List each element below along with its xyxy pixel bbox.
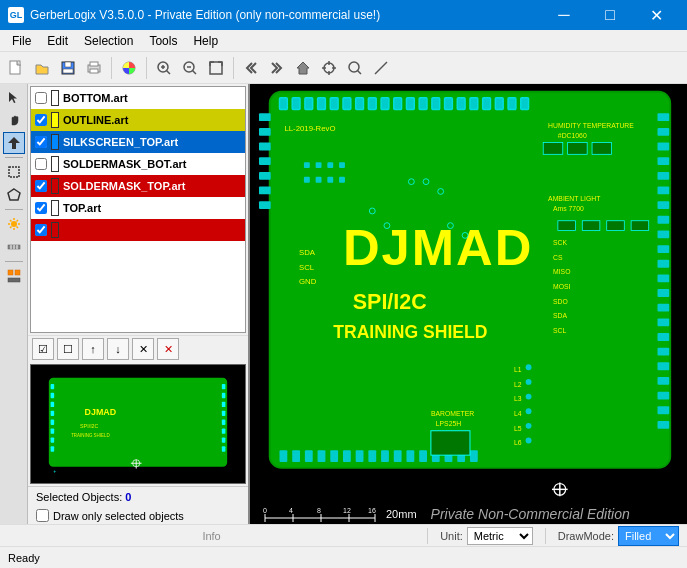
measure-button[interactable]	[369, 56, 393, 80]
layer-item-soldermask-top[interactable]: SOLDERMASK_TOP.art	[31, 175, 245, 197]
svg-rect-88	[419, 98, 427, 110]
svg-rect-85	[381, 98, 389, 110]
svg-rect-107	[406, 450, 414, 462]
layer-checkbox-bottom[interactable]	[35, 92, 47, 104]
svg-rect-125	[658, 289, 670, 297]
svg-rect-116	[658, 157, 670, 165]
layer-checkbox-soldermask-bot[interactable]	[35, 158, 47, 170]
move-down-button[interactable]: ↓	[107, 338, 129, 360]
forward-button[interactable]	[265, 56, 289, 80]
svg-rect-59	[51, 411, 55, 416]
zoom-window-button[interactable]	[343, 56, 367, 80]
check-all-button[interactable]: ☑	[32, 338, 54, 360]
layer-checkbox-soldermask-top[interactable]	[35, 180, 47, 192]
svg-text:L4: L4	[514, 410, 522, 417]
home-button[interactable]	[291, 56, 315, 80]
svg-marker-20	[297, 62, 309, 74]
close-button[interactable]: ✕	[633, 0, 679, 30]
layer-item-silkscreen-top[interactable]: SILKSCREEN_TOP.art	[31, 131, 245, 153]
unit-select[interactable]: Metric Imperial	[467, 527, 533, 545]
polygon-tool[interactable]	[3, 184, 25, 206]
maximize-button[interactable]: □	[587, 0, 633, 30]
layer-item-outline[interactable]: OUTLINE.art	[31, 109, 245, 131]
svg-rect-5	[90, 62, 98, 66]
select-rect-tool[interactable]	[3, 161, 25, 183]
measure-tool[interactable]	[3, 236, 25, 258]
layer-item-bottom[interactable]: BOTTOM.art	[31, 87, 245, 109]
new-button[interactable]	[4, 56, 28, 80]
svg-text:AMBIENT LIGHT: AMBIENT LIGHT	[548, 195, 601, 202]
drawmode-section: DrawMode: Filled Outline Draft	[558, 526, 679, 546]
svg-rect-79	[305, 98, 313, 110]
drc-tool[interactable]	[3, 265, 25, 287]
svg-point-35	[11, 221, 17, 227]
svg-text:SCL: SCL	[553, 327, 566, 334]
arrow-tool[interactable]	[3, 132, 25, 154]
toolbar-sep-1	[111, 57, 112, 79]
layer-item-soldermask-bot[interactable]: SOLDERMASK_BOT.art	[31, 153, 245, 175]
layers-area: BOTTOM.artOUTLINE.artSILKSCREEN_TOP.artS…	[28, 84, 248, 524]
open-button[interactable]	[30, 56, 54, 80]
svg-rect-82	[343, 98, 351, 110]
menu-file[interactable]: File	[4, 30, 39, 51]
svg-text:LPS25H: LPS25H	[436, 420, 462, 427]
zoom-in-button[interactable]	[152, 56, 176, 80]
svg-line-9	[167, 70, 171, 74]
svg-rect-139	[259, 172, 271, 180]
color-button[interactable]	[117, 56, 141, 80]
svg-line-42	[16, 220, 18, 222]
layer-color-top	[51, 200, 59, 216]
svg-rect-71	[222, 446, 226, 451]
pan-button[interactable]	[317, 56, 341, 80]
svg-rect-60	[51, 420, 55, 425]
menu-tools[interactable]: Tools	[141, 30, 185, 51]
svg-rect-80	[318, 98, 326, 110]
draw-only-label: Draw only selected objects	[53, 510, 184, 522]
left-panel: BOTTOM.artOUTLINE.artSILKSCREEN_TOP.artS…	[0, 84, 250, 524]
zoom-out-button[interactable]	[178, 56, 202, 80]
svg-rect-114	[658, 128, 670, 136]
svg-text:GND: GND	[299, 277, 317, 286]
layer-checkbox-top[interactable]	[35, 202, 47, 214]
back-button[interactable]	[239, 56, 263, 80]
selected-info: Selected Objects: 0	[28, 486, 248, 507]
pcb-view[interactable]: DJMAD SPI/I2C TRAINING SHIELD LL-2019-Re…	[250, 84, 687, 504]
layer-checkbox-sensor-shield[interactable]	[35, 224, 47, 236]
drawmode-select[interactable]: Filled Outline Draft	[618, 526, 679, 546]
layer-item-top[interactable]: TOP.art	[31, 197, 245, 219]
print-button[interactable]	[82, 56, 106, 80]
layer-checkbox-outline[interactable]	[35, 114, 47, 126]
menu-help[interactable]: Help	[185, 30, 226, 51]
zoom-fit-button[interactable]	[204, 56, 228, 80]
menu-edit[interactable]: Edit	[39, 30, 76, 51]
layer-checkbox-silkscreen-top[interactable]	[35, 136, 47, 148]
move-up-button[interactable]: ↑	[82, 338, 104, 360]
svg-rect-126	[658, 304, 670, 312]
layer-color-outline	[51, 112, 59, 128]
svg-rect-66	[222, 402, 226, 407]
vertical-toolbar	[0, 84, 28, 524]
menu-selection[interactable]: Selection	[76, 30, 141, 51]
layer-color-soldermask-top	[51, 178, 59, 194]
svg-marker-34	[8, 189, 20, 200]
svg-rect-131	[658, 377, 670, 385]
svg-rect-98	[292, 450, 300, 462]
unit-label: Unit:	[440, 530, 463, 542]
draw-only-checkbox[interactable]	[36, 509, 49, 522]
delete-red-button[interactable]: ✕	[157, 338, 179, 360]
pointer-tool[interactable]	[3, 86, 25, 108]
svg-text:TRAINING SHIELD: TRAINING SHIELD	[333, 322, 487, 342]
svg-rect-100	[318, 450, 326, 462]
hand-tool[interactable]	[3, 109, 25, 131]
delete-button[interactable]: ✕	[132, 338, 154, 360]
svg-text:8: 8	[317, 507, 321, 514]
layer-color-silkscreen-top	[51, 134, 59, 150]
sun-tool[interactable]	[3, 213, 25, 235]
layer-item-sensor-shield[interactable]: SENSOR_SHIELD_v2-1-2.drl	[31, 219, 245, 241]
svg-text:HUMIDITY  TEMPERATURE: HUMIDITY TEMPERATURE	[548, 122, 634, 129]
minimize-button[interactable]: ─	[541, 0, 587, 30]
check-none-button[interactable]: ☐	[57, 338, 79, 360]
layer-color-bottom	[51, 90, 59, 106]
svg-text:DJMAD: DJMAD	[343, 219, 533, 276]
save-button[interactable]	[56, 56, 80, 80]
